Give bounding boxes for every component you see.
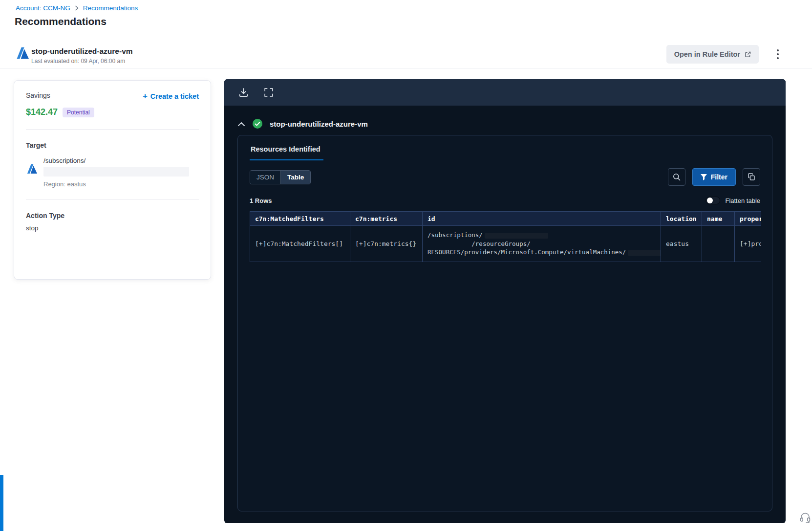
col-header-name: name [702,212,735,226]
savings-card: Savings + Create a ticket $142.47 Potent… [14,80,211,280]
view-toggle-json[interactable]: JSON [250,171,280,184]
panel-toolbar [224,79,786,106]
divider [0,34,812,34]
page-title: Recommendations [15,16,107,27]
breadcrumb-account-link[interactable]: Account: CCM-NG [16,4,70,12]
breadcrumb: Account: CCM-NG Recommendations [16,4,138,12]
search-icon[interactable] [668,168,685,186]
rule-name: stop-underutilized-azure-vm [31,47,133,56]
divider [26,199,199,200]
savings-amount: $142.47 [26,107,58,117]
view-toggle: JSON Table [250,170,311,184]
redacted-block [628,250,661,256]
table-row: [+]c7n:MatchedFilters[] [+]c7n:metrics{}… [250,226,762,262]
support-headset-icon[interactable] [799,511,812,524]
redacted-block [485,233,548,239]
rule-output-panel: stop-underutilized-azure-vm Resources Id… [224,79,786,523]
plus-icon: + [143,91,148,101]
col-header-id: id [423,212,661,226]
collapse-chevron-up-icon[interactable] [237,120,245,128]
left-edge-strip [0,475,3,531]
cell-properties[interactable]: [+]properties{} [735,226,762,262]
target-label: Target [26,141,199,149]
col-header-matched-filters: c7n:MatchedFilters [250,212,350,226]
flatten-table-toggle[interactable] [705,197,720,204]
cell-name [702,226,735,262]
filter-label: Filter [711,173,727,181]
open-in-rule-editor-button[interactable]: Open in Rule Editor [666,45,759,64]
fullscreen-icon[interactable] [263,87,274,98]
rule-last-evaluated: Last evaluated on: 09 Apr, 06:00 am [31,58,125,65]
redacted-block [43,167,189,177]
divider [26,129,199,130]
copy-icon[interactable] [743,168,760,186]
create-ticket-button[interactable]: + Create a ticket [143,91,199,101]
download-icon[interactable] [238,87,249,98]
create-ticket-label: Create a ticket [150,92,199,100]
col-header-properties: properties [735,212,762,226]
divider [0,68,812,68]
resources-card: Resources Identified JSON Table Filter [237,135,772,511]
chevron-right-icon [75,5,79,11]
tab-resources-identified[interactable]: Resources Identified [250,145,323,160]
resources-table: c7n:MatchedFilters c7n:metrics id locati… [250,211,761,262]
cell-metrics[interactable]: [+]c7n:metrics{} [350,226,423,262]
action-type-label: Action Type [26,212,199,220]
panel-rule-title: stop-underutilized-azure-vm [270,120,368,128]
external-link-icon [745,51,751,58]
cell-location: eastus [661,226,702,262]
col-header-metrics: c7n:metrics [350,212,423,226]
more-options-kebab-button[interactable] [771,46,785,62]
savings-label: Savings [26,91,50,99]
cell-matched-filters[interactable]: [+]c7n:MatchedFilters[] [250,226,350,262]
target-path: /subscriptions/ [43,157,199,164]
table-header-row: c7n:MatchedFilters c7n:metrics id locati… [250,212,762,226]
rows-count: 1 Rows [250,197,272,204]
flatten-table-label: Flatten table [725,197,760,204]
potential-badge: Potential [63,108,94,117]
filter-button[interactable]: Filter [692,168,736,186]
azure-logo-icon [26,164,37,174]
success-check-icon [253,119,262,129]
resources-table-wrap: c7n:MatchedFilters c7n:metrics id locati… [250,211,761,262]
view-toggle-table[interactable]: Table [280,171,310,184]
action-type-value: stop [26,224,199,232]
breadcrumb-current-link[interactable]: Recommendations [83,4,138,12]
open-in-rule-editor-label: Open in Rule Editor [674,50,740,58]
azure-logo-icon [15,47,29,59]
filter-funnel-icon [701,174,707,180]
panel-title-row: stop-underutilized-azure-vm [224,106,786,129]
col-header-location: location [661,212,702,226]
cell-id: /subscriptions/ /resourceGroups/ RESOURC… [423,226,661,262]
target-region: Region: eastus [43,180,199,188]
recommendations-page: Account: CCM-NG Recommendations Recommen… [0,0,812,531]
